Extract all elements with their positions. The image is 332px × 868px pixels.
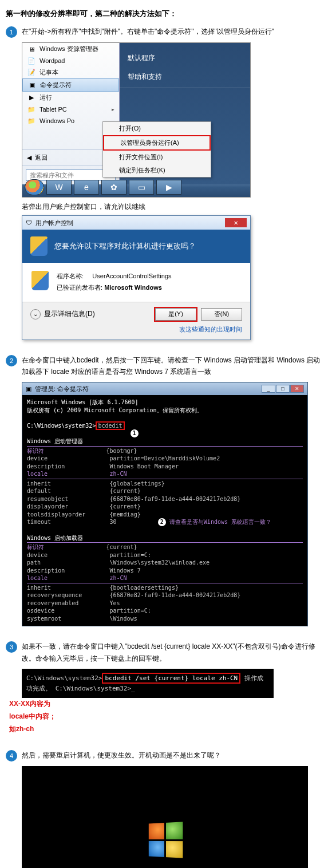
min-button[interactable]: _ [262, 385, 275, 393]
prog-label: 程序名称: [57, 273, 84, 279]
menu-explorer[interactable]: 🖥Windows 资源管理器 [22, 43, 119, 55]
step-4: 4 然后，需要重启计算机，使更改生效。开机动画是不是出来了呢？ 正在启动Wind… [6, 749, 326, 868]
step1-text: 在"开始->所有程序"中找到"附件"。右键单击"命令提示符"，选择"以管理员身份… [22, 26, 326, 37]
step4-text: 然后，需要重启计算机，使更改生效。开机动画是不是出来了呢？ [22, 749, 326, 761]
menu-run[interactable]: ▶运行 [22, 92, 119, 104]
step1-after-text: 若弹出用户账户控制窗口，请允许以继续 [22, 202, 326, 212]
step-1: 1 在"开始->所有程序"中找到"附件"。右键单击"命令提示符"，选择"以管理员… [6, 26, 326, 340]
step-2: 2 在命令窗口中键入bcdedit，然后按一下回车键。请检查一下 Windows… [6, 354, 326, 627]
menu-wordpad[interactable]: 📄Wordpad [22, 55, 119, 66]
taskbar-msn[interactable]: ✿ [101, 180, 127, 195]
folder-icon: 🖥 [27, 45, 36, 53]
console-output-2: C:\Windows\system32>bcdedit /set {curren… [22, 669, 274, 698]
shield-icon [30, 236, 48, 256]
shield-icon: 🛡 [26, 219, 32, 226]
folder-icon: 📁 [27, 117, 36, 125]
notepad-icon: 📝 [27, 69, 36, 77]
details-label: 显示详细信息(D) [44, 309, 95, 319]
cmd-icon: ▣ [26, 385, 31, 393]
menu-explorer-label: Windows 资源管理器 [39, 45, 98, 53]
boot-screen: 正在启动Windows [22, 766, 308, 868]
uac-dialog: 🛡 用户帐户控制 ✕ 您要允许以下程序对此计算机进行更改吗？ 程序名称: Use… [22, 215, 251, 340]
menu-cmd[interactable]: ▣命令提示符 [22, 78, 119, 92]
start-button[interactable] [25, 179, 44, 195]
console-window: ▣ 管理员: 命令提示符 _ □ ✕ Microsoft Windows [版本… [22, 382, 308, 626]
menu-notepad[interactable]: 📝记事本 [22, 66, 119, 78]
wordpad-icon: 📄 [27, 57, 36, 65]
step2-num: 2 [6, 355, 17, 366]
chevron-right-icon: ▸ [112, 106, 114, 112]
windows-logo-icon [149, 822, 183, 858]
back-icon: ◀ [27, 154, 31, 161]
taskbar-ie[interactable]: e [74, 180, 99, 195]
uac-question: 您要允许以下程序对此计算机进行更改吗？ [54, 241, 196, 251]
step-3: 3 如果不一致，请在命令窗口中键入"bcdedit /set {current}… [6, 641, 326, 735]
expand-details-button[interactable]: ⌄ [30, 309, 41, 319]
step3-num: 3 [6, 641, 17, 653]
side-note: XX-XX内容为 locale中内容； 如zh-ch [9, 698, 61, 735]
menu-tabletpc-label: Tablet PC [39, 106, 67, 113]
run-icon: ▶ [27, 94, 36, 102]
taskbar-media[interactable]: ▶ [156, 180, 181, 195]
context-menu: 打开(O) 以管理员身份运行(A) 打开文件位置(I) 锁定到任务栏(K) [102, 121, 211, 177]
start-menu-window: 🖥Windows 资源管理器 📄Wordpad 📝记事本 ▣命令提示符 ▶运行 … [22, 42, 251, 198]
menu-tabletpc[interactable]: 📁Tablet PC▸ [22, 104, 119, 115]
ctx-pin[interactable]: 锁定到任务栏(K) [103, 164, 211, 177]
right-help[interactable]: 帮助和支持 [120, 68, 250, 86]
no-button[interactable]: 否(N) [201, 308, 242, 321]
menu-winpo-label: Windows Po [39, 117, 74, 124]
step4-num: 4 [6, 750, 17, 762]
uac-title: 用户帐户控制 [35, 219, 73, 227]
console-title: 管理员: 命令提示符 [35, 385, 89, 393]
close-button[interactable]: ✕ [225, 218, 247, 227]
right-defaults[interactable]: 默认程序 [120, 49, 250, 68]
step1-num: 1 [6, 26, 17, 38]
ctx-open[interactable]: 打开(O) [103, 122, 211, 135]
prog-name: UserAccountControlSettings [92, 273, 171, 279]
ctx-open-location[interactable]: 打开文件位置(I) [103, 151, 211, 164]
menu-wordpad-label: Wordpad [39, 57, 65, 64]
folder-icon: 📁 [27, 105, 36, 113]
pub-label: 已验证的发布者: [57, 284, 102, 291]
close-button[interactable]: ✕ [290, 385, 304, 393]
uac-settings-link[interactable]: 改这些通知的出现时间 [30, 325, 242, 334]
cmd-icon: ▣ [27, 81, 37, 89]
step2-text: 在命令窗口中键入bcdedit，然后按一下回车键。请检查一下 Windows 启… [22, 354, 326, 378]
pub-name: Microsoft Windows [104, 284, 162, 291]
taskbar-explorer[interactable]: ▭ [129, 180, 154, 195]
console-output: Microsoft Windows [版本 6.1.7600] 版权所有 (c)… [22, 395, 307, 626]
menu-notepad-label: 记事本 [39, 68, 58, 77]
yes-button[interactable]: 是(Y) [155, 308, 196, 321]
max-button[interactable]: □ [276, 385, 290, 393]
menu-back-label: 返回 [35, 153, 48, 162]
headline: 第一种的修改分辨率即可，第二种的解决方法如下： [6, 9, 326, 19]
menu-run-label: 运行 [39, 93, 52, 102]
ctx-run-as-admin[interactable]: 以管理员身份运行(A) [103, 135, 211, 151]
shield-icon [31, 271, 49, 290]
taskbar-word[interactable]: W [46, 180, 72, 195]
menu-cmd-label: 命令提示符 [40, 81, 72, 89]
step3-text: 如果不一致，请在命令窗口中键入"bcdedit /set {current} l… [22, 641, 326, 664]
